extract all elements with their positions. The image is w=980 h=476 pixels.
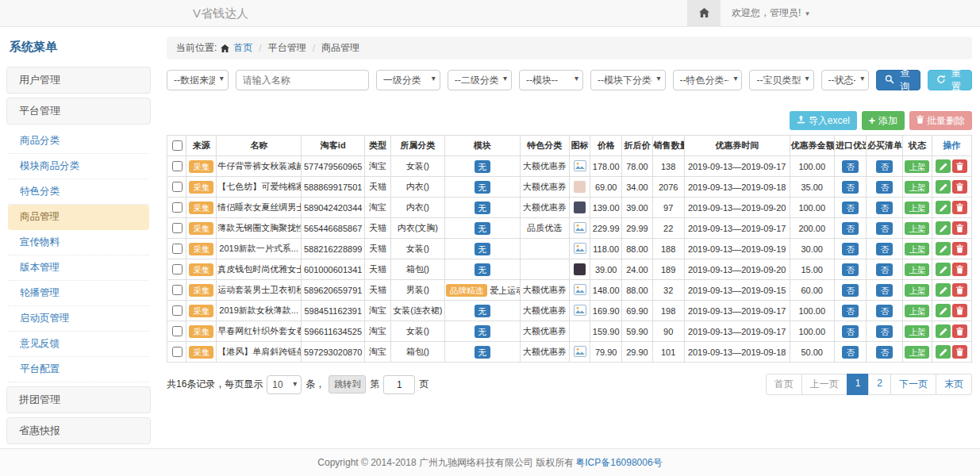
row-checkbox[interactable] <box>172 326 183 336</box>
sidebar-item[interactable]: 宣传物料 <box>8 230 149 255</box>
status-badge[interactable]: 上架 <box>905 305 929 317</box>
edit-button[interactable] <box>936 201 951 214</box>
row-checkbox[interactable] <box>172 305 183 316</box>
item-type-filter[interactable]: --宝贝类型-- <box>749 70 813 90</box>
edit-button[interactable] <box>936 221 951 235</box>
must-buy-toggle[interactable]: 否 <box>876 346 893 359</box>
import-optimal-toggle[interactable]: 否 <box>842 243 859 255</box>
sidebar-item[interactable]: 意见反馈 <box>8 332 149 357</box>
module-badge[interactable]: 无 <box>475 305 491 317</box>
edit-button[interactable] <box>936 324 951 338</box>
import-optimal-toggle[interactable]: 否 <box>842 181 859 194</box>
reset-button[interactable]: 重置 <box>928 70 972 90</box>
delete-button[interactable] <box>952 304 967 317</box>
search-button[interactable]: 查询 <box>876 70 920 90</box>
feature-filter[interactable]: --特色分类-- <box>673 70 743 90</box>
jump-button[interactable]: 跳转到 <box>329 375 366 393</box>
import-optimal-toggle[interactable]: 否 <box>842 202 859 214</box>
import-optimal-toggle[interactable]: 否 <box>842 284 859 297</box>
data-source-filter[interactable]: --数据来源-- <box>167 70 229 90</box>
must-buy-toggle[interactable]: 否 <box>876 243 893 255</box>
import-optimal-toggle[interactable]: 否 <box>842 160 859 173</box>
edit-button[interactable] <box>936 304 951 317</box>
delete-button[interactable] <box>952 221 967 235</box>
delete-button[interactable] <box>952 242 967 255</box>
must-buy-toggle[interactable]: 否 <box>876 305 893 317</box>
delete-button[interactable] <box>952 159 967 173</box>
icp-link[interactable]: 粤ICP备16098006号 <box>575 456 662 470</box>
module-badge[interactable]: 无 <box>475 160 491 173</box>
delete-button[interactable] <box>952 283 967 297</box>
sidebar-item[interactable]: 拼团管理 <box>6 386 151 413</box>
edit-button[interactable] <box>936 345 951 359</box>
row-checkbox[interactable] <box>172 347 183 357</box>
row-checkbox[interactable] <box>172 223 183 233</box>
sidebar-item[interactable]: 模块商品分类 <box>8 154 149 179</box>
pager-item[interactable]: 末页 <box>936 374 972 395</box>
row-checkbox[interactable] <box>172 182 183 192</box>
batch-delete-button[interactable]: 批量删除 <box>909 111 972 130</box>
pager-item[interactable]: 1 <box>847 374 870 395</box>
module-badge[interactable]: 无 <box>475 325 491 338</box>
edit-button[interactable] <box>936 242 951 255</box>
level2-filter[interactable]: --二级分类-- <box>448 70 512 90</box>
module-badge[interactable]: 无 <box>475 181 491 194</box>
sidebar-item[interactable]: 商品分类 <box>8 129 149 154</box>
module-badge[interactable]: 无 <box>475 202 491 214</box>
pager-item[interactable]: 下一页 <box>890 374 936 395</box>
status-badge[interactable]: 上架 <box>905 181 929 194</box>
must-buy-toggle[interactable]: 否 <box>876 325 893 338</box>
pager-item[interactable]: 2 <box>868 374 891 395</box>
status-badge[interactable]: 上架 <box>905 202 929 214</box>
sidebar-item[interactable]: 商品管理 <box>8 205 149 230</box>
module-badge[interactable]: 无 <box>475 263 491 276</box>
module-filter[interactable]: --模块-- <box>519 70 583 90</box>
home-button[interactable] <box>687 0 721 26</box>
select-all-checkbox[interactable] <box>172 140 183 151</box>
delete-button[interactable] <box>952 263 967 276</box>
must-buy-toggle[interactable]: 否 <box>876 263 893 276</box>
sidebar-item[interactable]: 用户管理 <box>6 67 151 94</box>
import-optimal-toggle[interactable]: 否 <box>842 325 859 338</box>
add-button[interactable]: + 添加 <box>862 111 905 130</box>
must-buy-toggle[interactable]: 否 <box>876 181 893 194</box>
import-excel-button[interactable]: 导入excel <box>790 111 857 130</box>
module-badge[interactable]: 无 <box>475 222 491 235</box>
sidebar-item[interactable]: 平台配置 <box>8 357 149 382</box>
import-optimal-toggle[interactable]: 否 <box>842 305 859 317</box>
row-checkbox[interactable] <box>172 285 183 295</box>
must-buy-toggle[interactable]: 否 <box>876 202 893 214</box>
module-sub-filter[interactable]: --模块下分类-- <box>590 70 666 90</box>
row-checkbox[interactable] <box>172 244 183 254</box>
sidebar-item[interactable]: 轮播管理 <box>8 281 149 306</box>
import-optimal-toggle[interactable]: 否 <box>842 263 859 276</box>
status-badge[interactable]: 上架 <box>905 222 929 235</box>
import-optimal-toggle[interactable]: 否 <box>842 346 859 359</box>
module-badge[interactable]: 品牌精选 <box>446 284 487 297</box>
sidebar-item[interactable]: 平台管理 <box>6 98 151 125</box>
sidebar-item[interactable]: 特色分类 <box>8 179 149 205</box>
row-checkbox[interactable] <box>172 202 183 213</box>
status-badge[interactable]: 上架 <box>905 263 929 276</box>
pager-item[interactable]: 首页 <box>766 374 802 395</box>
module-badge[interactable]: 无 <box>475 346 491 359</box>
breadcrumb-home-link[interactable]: 首页 <box>233 41 252 55</box>
page-size-select[interactable]: 10 <box>267 375 302 394</box>
row-checkbox[interactable] <box>172 161 183 171</box>
status-badge[interactable]: 上架 <box>905 160 929 173</box>
delete-button[interactable] <box>952 201 967 214</box>
pager-item[interactable]: 上一页 <box>801 374 847 395</box>
status-badge[interactable]: 上架 <box>905 346 929 359</box>
must-buy-toggle[interactable]: 否 <box>876 160 893 173</box>
edit-button[interactable] <box>936 159 951 173</box>
status-badge[interactable]: 上架 <box>905 243 929 255</box>
sidebar-item[interactable]: 省惠快报 <box>6 417 151 444</box>
name-input-field[interactable] <box>236 70 369 90</box>
level1-filter[interactable]: 一级分类 <box>376 70 440 90</box>
edit-button[interactable] <box>936 180 951 194</box>
status-badge[interactable]: 上架 <box>905 325 929 338</box>
status-filter[interactable]: --状态-- <box>821 70 870 90</box>
user-menu[interactable]: 欢迎您，管理员! ▾ <box>721 0 821 26</box>
delete-button[interactable] <box>952 345 967 359</box>
jump-page-input[interactable] <box>383 375 415 394</box>
